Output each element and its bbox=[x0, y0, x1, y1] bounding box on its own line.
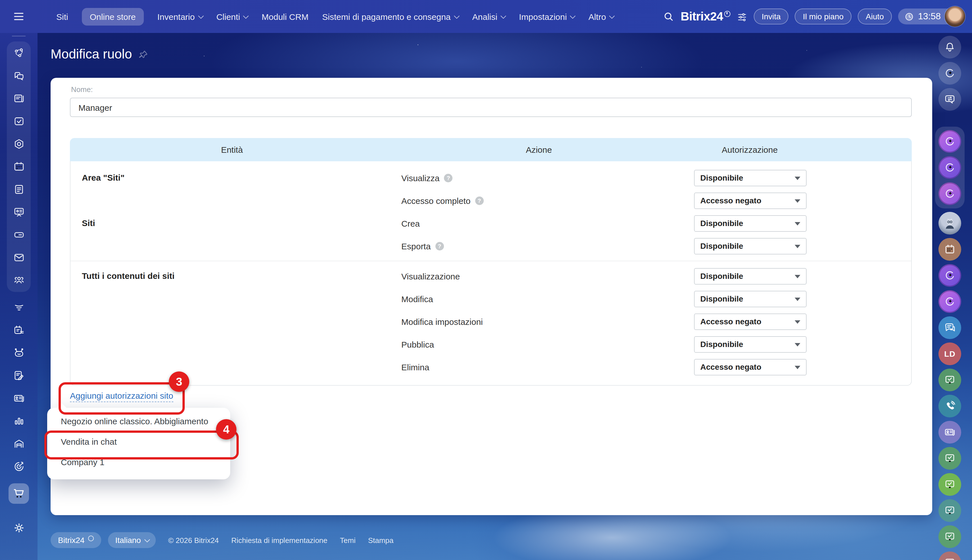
mail-icon[interactable] bbox=[13, 252, 25, 263]
planner-icon[interactable] bbox=[13, 324, 25, 336]
my-plan-button[interactable]: Il mio piano bbox=[795, 8, 852, 24]
menu-item-negozio[interactable]: Negozio online classico. Abbigliamento bbox=[47, 411, 230, 432]
calendar-widget-button[interactable] bbox=[939, 238, 961, 261]
task-widget-button[interactable] bbox=[939, 368, 961, 391]
permission-select[interactable]: Disponibile bbox=[694, 170, 806, 186]
footer-link-themes[interactable]: Temi bbox=[340, 536, 356, 544]
header-entity: Entità bbox=[221, 138, 243, 161]
dropdown-arrow-icon bbox=[795, 245, 800, 251]
name-label: Nome: bbox=[71, 85, 93, 94]
people-icon[interactable] bbox=[13, 274, 25, 286]
tasks-icon[interactable] bbox=[13, 115, 25, 127]
nav-siti[interactable]: Siti bbox=[56, 12, 68, 21]
copilot-chat-button[interactable] bbox=[939, 130, 961, 153]
copilot-button[interactable] bbox=[939, 62, 961, 85]
analytics-icon[interactable] bbox=[13, 415, 25, 427]
chevron-down-icon bbox=[570, 13, 576, 18]
notifications-button[interactable] bbox=[939, 36, 961, 58]
crm-icon[interactable] bbox=[13, 138, 25, 150]
e-sign-icon[interactable] bbox=[13, 370, 25, 382]
shopping-cart-icon bbox=[12, 487, 25, 500]
task-widget-button[interactable] bbox=[939, 499, 961, 522]
nav-analisi[interactable]: Analisi bbox=[472, 12, 505, 21]
copilot-chat-button[interactable] bbox=[939, 156, 961, 179]
chat-button[interactable] bbox=[939, 317, 961, 339]
dropdown-arrow-icon bbox=[795, 365, 800, 372]
ai-robot-icon[interactable] bbox=[13, 347, 25, 359]
table-header: Entità Azione Autorizzazione bbox=[70, 138, 912, 161]
main-nav: Siti Online store Inventario Clienti Mod… bbox=[56, 8, 614, 25]
nav-online-store[interactable]: Online store bbox=[82, 8, 144, 25]
search-button[interactable] bbox=[663, 11, 674, 22]
copilot-chat-button[interactable] bbox=[939, 264, 961, 287]
sales-funnel-icon[interactable] bbox=[13, 302, 25, 313]
dropdown-arrow-icon bbox=[795, 297, 800, 303]
task-widget-button[interactable] bbox=[939, 473, 961, 496]
permission-select[interactable]: Disponibile bbox=[694, 336, 806, 352]
document-icon[interactable] bbox=[13, 183, 25, 195]
hamburger-menu-button[interactable] bbox=[0, 10, 37, 23]
nav-inventario[interactable]: Inventario bbox=[157, 12, 202, 21]
contact-card-icon[interactable] bbox=[13, 392, 25, 404]
copilot-chat-button[interactable] bbox=[939, 290, 961, 313]
nav-moduli-crm[interactable]: Moduli CRM bbox=[262, 12, 309, 21]
drive-icon[interactable] bbox=[13, 229, 25, 241]
user-avatar[interactable] bbox=[945, 6, 965, 27]
messenger-button[interactable] bbox=[939, 88, 961, 111]
ld-user-avatar[interactable]: LD bbox=[939, 342, 961, 365]
settings-gear-icon[interactable] bbox=[13, 522, 25, 534]
bitrix24-logo[interactable]: Bitrix24 bbox=[681, 10, 730, 23]
contact-card-icon bbox=[944, 426, 956, 438]
online-store-active-item[interactable] bbox=[8, 483, 29, 504]
language-select[interactable]: Italiano bbox=[108, 532, 156, 548]
task-widget-button[interactable] bbox=[939, 552, 961, 560]
warehouse-icon[interactable] bbox=[13, 438, 25, 450]
marketing-target-icon[interactable] bbox=[13, 461, 25, 473]
permission-select[interactable]: Accesso negato bbox=[694, 192, 806, 209]
nav-impostazioni[interactable]: Impostazioni bbox=[519, 12, 575, 21]
newsfeed-icon[interactable] bbox=[13, 93, 25, 105]
table-row: Area "Siti" Visualizza ? Disponibile bbox=[70, 167, 911, 189]
footer-brand-button[interactable]: Bitrix24 bbox=[50, 532, 101, 548]
menu-item-company1[interactable]: Company 1 bbox=[47, 452, 230, 473]
share-network-icon[interactable] bbox=[13, 47, 25, 59]
dropdown-arrow-icon bbox=[795, 343, 800, 349]
permission-select[interactable]: Disponibile bbox=[694, 215, 806, 232]
calendar-icon[interactable] bbox=[13, 161, 25, 173]
footer-link-implementation[interactable]: Richiesta di implementazione bbox=[231, 536, 328, 544]
copilot-chat-button[interactable] bbox=[939, 182, 961, 205]
menu-item-vendita-in-chat[interactable]: Vendita in chat bbox=[47, 432, 230, 452]
table-row: Accesso completo ? Accesso negato bbox=[70, 189, 911, 212]
permission-select[interactable]: Accesso negato bbox=[694, 359, 806, 375]
nav-clienti[interactable]: Clienti bbox=[216, 12, 248, 21]
footer-link-print[interactable]: Stampa bbox=[368, 536, 394, 544]
role-name-input[interactable] bbox=[70, 98, 912, 117]
help-icon[interactable]: ? bbox=[475, 196, 483, 205]
contact-widget-button[interactable] bbox=[939, 421, 961, 443]
permission-select[interactable]: Disponibile bbox=[694, 238, 806, 254]
clock-mark-icon bbox=[724, 11, 730, 17]
action-label: Visualizzazione bbox=[401, 271, 460, 281]
help-button[interactable]: Aiuto bbox=[858, 8, 892, 24]
task-widget-button[interactable] bbox=[939, 525, 961, 548]
help-icon[interactable]: ? bbox=[435, 242, 443, 250]
dropdown-arrow-icon bbox=[795, 222, 800, 228]
task-widget-button[interactable] bbox=[939, 447, 961, 470]
permission-select[interactable]: Disponibile bbox=[694, 268, 806, 284]
telephony-button[interactable] bbox=[939, 395, 961, 417]
permission-select[interactable]: Disponibile bbox=[694, 290, 806, 307]
pin-icon[interactable] bbox=[137, 48, 149, 60]
nav-altro[interactable]: Altro bbox=[588, 12, 614, 21]
cat-assistant-avatar[interactable] bbox=[939, 212, 961, 235]
nav-pagamenti-consegna[interactable]: Sistemi di pagamento e consegna bbox=[322, 12, 459, 21]
help-icon[interactable]: ? bbox=[444, 173, 453, 182]
preferences-button[interactable] bbox=[737, 11, 748, 22]
whiteboard-icon[interactable] bbox=[13, 206, 25, 218]
copilot-panel bbox=[935, 127, 965, 208]
chats-icon[interactable] bbox=[13, 70, 25, 82]
invite-button[interactable]: Invita bbox=[754, 8, 789, 24]
permission-select[interactable]: Accesso negato bbox=[694, 313, 806, 330]
add-site-permissions-link[interactable]: Aggiungi autorizzazioni sito bbox=[70, 391, 173, 402]
bitrix24-screen: Siti Online store Inventario Clienti Mod… bbox=[0, 0, 972, 560]
left-rail bbox=[0, 0, 37, 560]
